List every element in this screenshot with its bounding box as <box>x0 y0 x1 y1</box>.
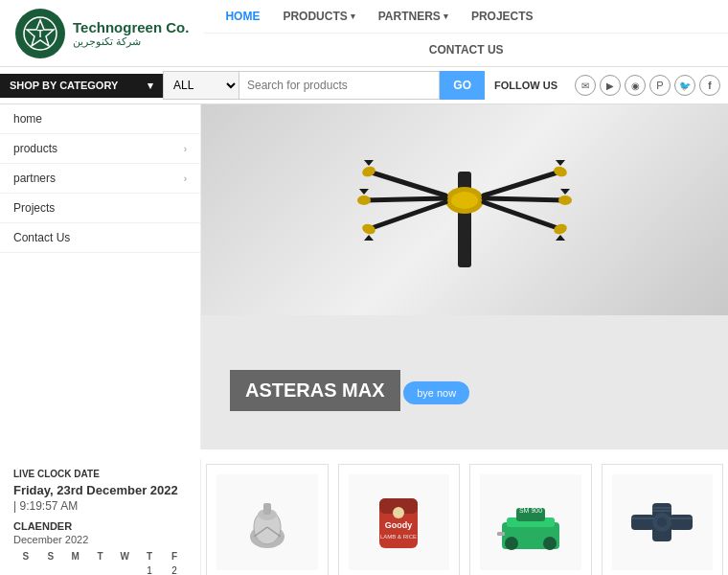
svg-rect-44 <box>670 515 693 530</box>
svg-line-10 <box>484 198 565 200</box>
calendar-table: S S M T W T F 12 3456789 10111213141516 … <box>13 549 187 575</box>
go-button[interactable]: GO <box>440 71 485 100</box>
cal-header-s1: S <box>13 549 38 564</box>
cal-header-f: F <box>162 549 187 564</box>
svg-point-13 <box>357 196 371 205</box>
hero-section: ASTERAS MAX bye now <box>201 104 728 449</box>
cal-header-t2: T <box>137 549 162 564</box>
svg-point-46 <box>657 518 667 527</box>
nav-partners[interactable]: PARTNERS ▾ <box>367 4 460 29</box>
svg-line-11 <box>484 202 560 229</box>
product-image-tavlit <box>612 474 714 570</box>
svg-marker-18 <box>364 160 374 166</box>
hero-image <box>201 104 728 315</box>
nav-contact-us[interactable]: CONTACT US <box>418 37 515 62</box>
svg-text:T: T <box>37 29 43 39</box>
main-layout: home products › partners › Projects Cont… <box>0 104 728 449</box>
svg-line-6 <box>369 172 445 196</box>
main-nav: HOME PRODUCTS ▾ PARTNERS ▾ PROJECTS CONT… <box>204 0 728 66</box>
sidebar-item-home[interactable]: home <box>0 104 200 134</box>
product-image-goody: Goody LAMB & RICE <box>349 474 450 570</box>
logo-text: Technogreen Co. شركة تكنوجرين <box>73 19 189 48</box>
product-card-fogger: SM 900 FOGGER SM 900 🛒 Read more <box>469 464 592 575</box>
hero-title: ASTERAS MAX <box>230 370 400 411</box>
cal-header-s2: S <box>38 549 63 564</box>
svg-marker-19 <box>359 189 369 195</box>
hero-sprinkler-svg <box>311 114 618 306</box>
nav-home[interactable]: HOME <box>214 4 271 29</box>
nav-projects[interactable]: PROJECTS <box>460 4 545 29</box>
svg-point-12 <box>361 165 377 178</box>
calendar-label: CLAENDER <box>13 520 187 532</box>
live-clock-label: LIVE CLOCK DATE <box>13 469 187 479</box>
sidebar: home products › partners › Projects Cont… <box>0 104 201 449</box>
svg-rect-41 <box>497 532 505 536</box>
logo-name-en: Technogreen Co. <box>73 19 189 35</box>
sidebar-item-products[interactable]: products › <box>0 134 200 164</box>
youtube-icon[interactable]: ▶ <box>600 75 621 96</box>
product-image-queen-cage <box>216 474 318 570</box>
cal-week-1: 12 <box>13 564 187 575</box>
cal-month: December 2022 <box>13 534 187 545</box>
search-bar: ALL GO <box>163 67 485 104</box>
svg-line-8 <box>369 202 445 229</box>
svg-point-39 <box>543 537 557 550</box>
products-grid: QUEEN CAGE 🛒 Read more Goody LAMB & RICE… <box>201 459 728 575</box>
product-card-tavlit: TAVLIT PUSH FIT 3 WAY CONNECTOR 16MM – 3… <box>602 464 724 575</box>
svg-point-17 <box>553 222 569 236</box>
arrow-icon: › <box>184 173 187 184</box>
svg-point-38 <box>505 537 518 550</box>
svg-line-7 <box>364 198 445 200</box>
clock-time: | 9:19:57 AM <box>13 499 187 513</box>
instagram-icon[interactable]: ◉ <box>625 75 646 96</box>
left-panel: LIVE CLOCK DATE Friday, 23rd December 20… <box>0 459 201 575</box>
hero-cta-button[interactable]: bye now <box>403 381 469 404</box>
svg-rect-3 <box>458 172 471 267</box>
pinterest-icon[interactable]: P <box>649 75 671 96</box>
sidebar-item-projects[interactable]: Projects <box>0 194 200 223</box>
sidebar-item-partners[interactable]: partners › <box>0 164 200 194</box>
product-card-queen-cage: QUEEN CAGE 🛒 Read more <box>206 464 329 575</box>
svg-line-9 <box>484 172 560 196</box>
svg-point-14 <box>361 222 377 236</box>
social-icons-group: ✉ ▶ ◉ P 🐦 f <box>575 75 720 96</box>
hero-overlay: ASTERAS MAX bye now <box>230 370 469 411</box>
nav-products[interactable]: PRODUCTS ▾ <box>271 4 366 29</box>
facebook-icon[interactable]: f <box>699 75 720 96</box>
email-icon[interactable]: ✉ <box>575 75 596 96</box>
svg-point-5 <box>451 192 478 209</box>
nav-row-2: CONTACT US <box>204 33 728 66</box>
category-select[interactable]: ALL <box>163 71 239 100</box>
svg-text:LAMB & RICE: LAMB & RICE <box>380 534 417 540</box>
svg-marker-21 <box>556 160 565 166</box>
svg-marker-20 <box>364 235 374 241</box>
bottom-section: LIVE CLOCK DATE Friday, 23rd December 20… <box>0 449 728 575</box>
svg-marker-23 <box>556 235 565 241</box>
twitter-icon[interactable]: 🐦 <box>674 75 695 96</box>
nav-row-1: HOME PRODUCTS ▾ PARTNERS ▾ PROJECTS <box>204 0 728 33</box>
arrow-icon: › <box>184 144 187 154</box>
clock-date: Friday, 23rd December 2022 <box>13 483 187 497</box>
cal-header-t1: T <box>88 549 113 564</box>
svg-rect-43 <box>631 515 654 530</box>
cal-header-m: M <box>63 549 88 564</box>
svg-point-16 <box>558 196 572 205</box>
svg-text:Goody: Goody <box>385 520 413 530</box>
product-image-fogger: SM 900 <box>480 474 581 570</box>
logo-icon: T <box>15 9 65 58</box>
shop-by-category[interactable]: SHOP BY CATEGORY ▾ <box>0 74 163 98</box>
svg-text:SM 900: SM 900 <box>519 507 542 514</box>
sidebar-item-contact[interactable]: Contact Us <box>0 223 200 253</box>
search-input[interactable] <box>239 71 440 100</box>
top-bar: SHOP BY CATEGORY ▾ ALL GO FOLLOW US ✉ ▶ … <box>0 67 728 104</box>
product-card-goody: Goody LAMB & RICE GOODY LAMB AND RICE DR… <box>338 464 461 575</box>
svg-rect-27 <box>263 503 271 515</box>
logo-name-ar: شركة تكنوجرين <box>73 35 189 48</box>
follow-us-label: FOLLOW US <box>494 80 557 91</box>
cal-header-w: W <box>112 549 137 564</box>
svg-point-15 <box>553 165 569 178</box>
svg-marker-22 <box>560 189 570 195</box>
logo-area[interactable]: T Technogreen Co. شركة تكنوجرين <box>0 0 204 66</box>
svg-point-34 <box>393 507 404 518</box>
dropdown-arrow-icon: ▾ <box>148 80 153 92</box>
